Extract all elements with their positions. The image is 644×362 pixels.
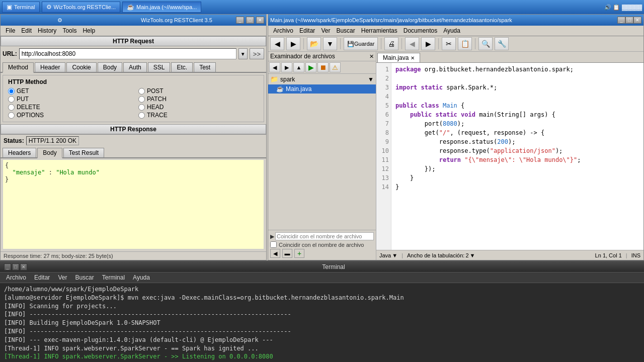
java-menu-documentos[interactable]: Documentos bbox=[400, 26, 440, 35]
search-action-2[interactable]: ▬ bbox=[282, 249, 292, 258]
radio-delete[interactable]: DELETE bbox=[8, 104, 128, 111]
radio-get[interactable]: GET bbox=[8, 87, 128, 95]
radio-post-label: POST bbox=[147, 87, 164, 95]
radio-patch-input[interactable] bbox=[138, 96, 145, 103]
url-input[interactable] bbox=[19, 48, 236, 59]
tab-method[interactable]: Method bbox=[3, 62, 34, 73]
java-menu-ver[interactable]: Ver bbox=[318, 26, 333, 35]
radio-trace[interactable]: TRACE bbox=[138, 112, 259, 119]
paste-btn[interactable]: 📋 bbox=[458, 37, 472, 50]
search-action-1[interactable]: ◀ bbox=[270, 249, 280, 258]
radio-post-input[interactable] bbox=[138, 88, 145, 95]
radio-get-input[interactable] bbox=[8, 88, 15, 95]
radio-delete-input[interactable] bbox=[8, 104, 15, 111]
tree-nav-up[interactable]: ▲ bbox=[293, 62, 304, 72]
open-btn[interactable]: 📂 bbox=[307, 37, 321, 50]
url-go-btn[interactable]: >> bbox=[250, 48, 264, 59]
file-search-input[interactable] bbox=[275, 232, 374, 240]
save-btn[interactable]: 💾 Guardar bbox=[344, 37, 378, 50]
term-menu-archivo[interactable]: Archivo bbox=[2, 273, 30, 282]
editor-tab-close[interactable]: ✕ bbox=[411, 55, 415, 61]
menu-help[interactable]: Help bbox=[79, 26, 98, 35]
java-maximize-btn[interactable]: □ bbox=[625, 17, 633, 24]
java-close-btn[interactable]: ✕ bbox=[633, 17, 641, 24]
terminal-line: [INFO] ---------------------------------… bbox=[4, 327, 640, 336]
radio-options-input[interactable] bbox=[8, 112, 15, 119]
radio-patch[interactable]: PATCH bbox=[138, 96, 259, 103]
search-add-btn[interactable]: + bbox=[294, 249, 304, 258]
search-checkbox[interactable] bbox=[270, 241, 277, 248]
cursor-position: Ln 1, Col 1 bbox=[595, 252, 622, 258]
toolbar-sep-6 bbox=[475, 38, 475, 49]
open-dropdown-btn[interactable]: ▼ bbox=[323, 37, 337, 50]
terminal-minimize-btn[interactable]: _ bbox=[4, 263, 11, 270]
taskbar-java[interactable]: ☕ Main.java (~//www/spa... bbox=[122, 2, 201, 13]
search-options: Coincidir con el nombre de archivo bbox=[270, 241, 374, 248]
terminal-body[interactable]: /home/alumno/www/spark/EjemploDeSpark[al… bbox=[0, 283, 644, 362]
code-area[interactable]: 1234567891011121314 package org.bitbucke… bbox=[376, 63, 643, 250]
java-minimize-btn[interactable]: _ bbox=[617, 17, 625, 24]
tab-auth[interactable]: Auth bbox=[123, 62, 147, 72]
language-status[interactable]: Java ▼ bbox=[379, 252, 397, 258]
tree-run-btn[interactable]: ▶ bbox=[305, 62, 316, 72]
terminal-close-btn[interactable]: ✕ bbox=[20, 263, 27, 270]
java-menu-buscar[interactable]: Buscar bbox=[333, 26, 358, 35]
term-menu-terminal[interactable]: Terminal bbox=[98, 273, 129, 282]
radio-put[interactable]: PUT bbox=[8, 96, 128, 103]
radio-head[interactable]: HEAD bbox=[138, 104, 259, 111]
tab-etc[interactable]: Etc. bbox=[171, 62, 193, 72]
term-menu-ver[interactable]: Ver bbox=[54, 273, 71, 282]
back-btn[interactable]: ◀ bbox=[270, 37, 284, 50]
menu-file[interactable]: File bbox=[3, 26, 18, 35]
java-menu-herramientas[interactable]: Herramientas bbox=[358, 26, 400, 35]
terminal-maximize-btn[interactable]: □ bbox=[12, 263, 19, 270]
url-dropdown-btn[interactable]: ▼ bbox=[238, 48, 248, 59]
main-java-file[interactable]: ☕ Main.java bbox=[268, 84, 376, 94]
tab-ssl[interactable]: SSL bbox=[148, 62, 171, 72]
spark-folder[interactable]: 📁 spark ▼ bbox=[268, 74, 376, 84]
search-btn[interactable]: 🔍 bbox=[478, 37, 493, 50]
java-menu-archivo[interactable]: Archivo bbox=[270, 26, 296, 35]
radio-post[interactable]: POST bbox=[138, 87, 259, 95]
term-menu-buscar[interactable]: Buscar bbox=[71, 273, 98, 282]
tree-warn-btn[interactable]: ⚠ bbox=[330, 62, 341, 72]
tools-btn[interactable]: 🔧 bbox=[495, 37, 509, 50]
tab-test-result[interactable]: Test Result bbox=[63, 148, 104, 157]
radio-trace-input[interactable] bbox=[138, 112, 145, 119]
radio-put-input[interactable] bbox=[8, 96, 15, 103]
tab-headers[interactable]: Headers bbox=[3, 148, 36, 157]
tab-body[interactable]: Body bbox=[98, 62, 122, 72]
tab-body-response[interactable]: Body bbox=[37, 148, 62, 158]
tab-test[interactable]: Test bbox=[194, 62, 216, 72]
undo-btn[interactable]: ◀ bbox=[405, 37, 419, 50]
radio-head-input[interactable] bbox=[138, 104, 145, 111]
forward-btn[interactable]: ▶ bbox=[286, 37, 300, 50]
tree-nav-fwd[interactable]: ▶ bbox=[281, 62, 292, 72]
radio-options[interactable]: OPTIONS bbox=[8, 112, 128, 119]
tab-width-status[interactable]: Ancho de la tabulación: 2 ▼ bbox=[407, 252, 475, 258]
taskbar-terminal[interactable]: ▣ Terminal bbox=[2, 2, 40, 13]
tree-nav-back[interactable]: ◀ bbox=[269, 62, 280, 72]
terminal-line: [INFO] Scanning for projects... bbox=[4, 302, 640, 311]
java-menu-editar[interactable]: Editar bbox=[296, 26, 318, 35]
print-btn[interactable]: 🖨 bbox=[384, 37, 398, 50]
tree-stop-btn[interactable]: ⏹ bbox=[317, 62, 329, 72]
file-panel-close-btn[interactable]: ✕ bbox=[369, 53, 374, 60]
term-menu-ayuda[interactable]: Ayuda bbox=[129, 273, 154, 282]
menu-tools[interactable]: Tools bbox=[59, 26, 79, 35]
rest-maximize-btn[interactable]: □ bbox=[246, 17, 254, 24]
method-title: HTTP Method bbox=[8, 78, 259, 85]
menu-history[interactable]: History bbox=[35, 26, 59, 35]
tab-header[interactable]: Header bbox=[35, 62, 65, 72]
code-content[interactable]: package org.bitbucket.hernandezblasanton… bbox=[391, 63, 643, 250]
term-menu-editar[interactable]: Editar bbox=[30, 273, 54, 282]
rest-close-btn[interactable]: ✕ bbox=[256, 17, 264, 24]
taskbar-restclient[interactable]: ⚙ WizTools.org RESTClie... bbox=[42, 2, 120, 13]
rest-minimize-btn[interactable]: _ bbox=[236, 17, 244, 24]
editor-tab-main[interactable]: Main.java ✕ bbox=[377, 53, 420, 62]
menu-edit[interactable]: Edit bbox=[18, 26, 35, 35]
tab-cookie[interactable]: Cookie bbox=[66, 62, 96, 72]
java-menu-ayuda[interactable]: Ayuda bbox=[440, 26, 463, 35]
cut-btn[interactable]: ✂ bbox=[442, 37, 456, 50]
redo-btn[interactable]: ▶ bbox=[421, 37, 435, 50]
